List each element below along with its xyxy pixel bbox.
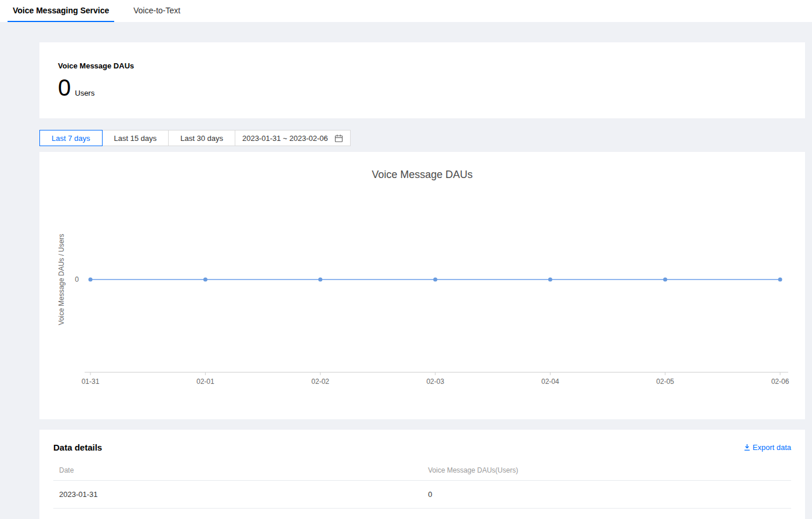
- data-point: [318, 278, 322, 282]
- summary-value-row: 0 Users: [58, 75, 786, 100]
- y-axis-tick-label: 0: [75, 275, 79, 284]
- details-header: Data details Export data: [53, 442, 791, 452]
- page-content: Voice Message DAUs 0 Users Last 7 days L…: [39, 42, 805, 519]
- cell-value: 0: [423, 480, 792, 508]
- calendar-icon: [334, 134, 343, 143]
- range-button-last-30-days[interactable]: Last 30 days: [168, 130, 235, 146]
- x-axis-label: 02-04: [541, 378, 559, 386]
- y-axis-title: Voice Message DAUs / Users: [57, 234, 65, 325]
- summary-card: Voice Message DAUs 0 Users: [39, 42, 805, 118]
- tab-voice-to-text[interactable]: Voice-to-Text: [128, 0, 185, 22]
- chart-title: Voice Message DAUs: [39, 168, 805, 181]
- data-point: [434, 278, 438, 282]
- date-range-filters: Last 7 days Last 15 days Last 30 days 20…: [39, 130, 805, 146]
- details-title: Data details: [53, 442, 102, 452]
- date-range-picker[interactable]: 2023-01-31 ~ 2023-02-06: [235, 130, 351, 146]
- data-point: [203, 278, 207, 282]
- x-axis-label: 02-03: [427, 378, 445, 386]
- data-table-body: 2023-01-310: [53, 480, 791, 508]
- data-point: [89, 278, 93, 282]
- range-button-last-7-days[interactable]: Last 7 days: [39, 130, 103, 146]
- download-icon: [744, 444, 751, 451]
- chart-card: Voice Message DAUs 01-3102-0102-0202-030…: [39, 152, 805, 419]
- x-axis-label: 02-02: [311, 378, 329, 386]
- data-table: Date Voice Message DAUs(Users) 2023-01-3…: [53, 460, 791, 509]
- data-point: [548, 278, 552, 282]
- chart-wrap: 01-3102-0102-0202-0302-0402-0502-060Voic…: [39, 186, 805, 395]
- cell-date: 2023-01-31: [53, 480, 423, 508]
- x-axis-label: 02-06: [771, 378, 789, 386]
- table-header-daus: Voice Message DAUs(Users): [423, 460, 792, 480]
- data-point: [778, 278, 782, 282]
- table-header-date: Date: [53, 460, 423, 480]
- details-card: Data details Export data Date Voice Mess…: [39, 430, 805, 519]
- summary-card-title: Voice Message DAUs: [58, 61, 786, 70]
- summary-unit: Users: [75, 89, 94, 97]
- table-row: 2023-01-310: [53, 480, 791, 508]
- table-header-row: Date Voice Message DAUs(Users): [53, 460, 791, 480]
- summary-value: 0: [58, 75, 71, 100]
- tab-label: Voice Messaging Service: [13, 6, 109, 15]
- tab-label: Voice-to-Text: [133, 6, 180, 15]
- top-tabbar: Voice Messaging Service Voice-to-Text: [0, 0, 812, 22]
- tab-voice-messaging-service[interactable]: Voice Messaging Service: [8, 0, 114, 22]
- date-range-value: 2023-01-31 ~ 2023-02-06: [242, 134, 328, 143]
- data-point: [663, 278, 667, 282]
- x-axis-label: 02-01: [196, 378, 214, 386]
- x-axis-label: 01-31: [82, 378, 100, 386]
- x-axis-label: 02-05: [656, 378, 674, 386]
- export-data-label: Export data: [753, 443, 792, 452]
- export-data-link[interactable]: Export data: [744, 443, 792, 452]
- range-button-last-15-days[interactable]: Last 15 days: [102, 130, 169, 146]
- dau-chart-svg: 01-3102-0102-0202-0302-0402-0502-060Voic…: [39, 186, 805, 395]
